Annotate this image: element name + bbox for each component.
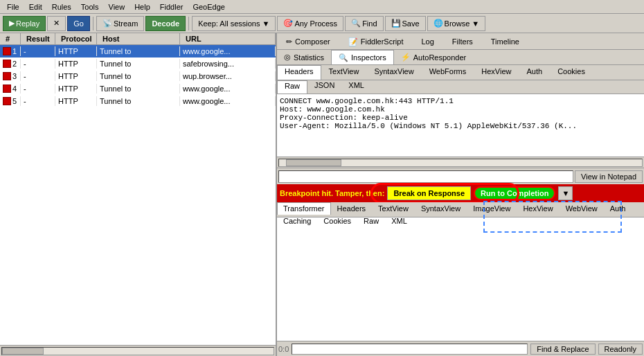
h-scroll-track[interactable] xyxy=(278,159,643,167)
view-input[interactable] xyxy=(278,170,573,183)
decode-button[interactable]: Decode xyxy=(145,16,186,31)
x-button[interactable]: ✕ xyxy=(47,16,66,31)
response-content-area xyxy=(277,217,644,341)
keep-button[interactable]: Keep: All sessions ▼ xyxy=(192,16,276,31)
run-to-completion-button[interactable]: Run to Completion xyxy=(474,186,555,200)
resp-tab-auth[interactable]: Auth xyxy=(604,202,632,215)
cell-protocol-5: HTTP xyxy=(55,96,97,106)
break-on-response-button[interactable]: Break on Response xyxy=(387,186,471,200)
cell-url-1: www.google... xyxy=(180,46,276,56)
row-icon xyxy=(3,72,11,80)
cell-protocol-1: HTTP xyxy=(55,46,97,56)
menu-geoedge[interactable]: GeoEdge xyxy=(188,2,229,12)
breakpoint-bar: Breakpoint hit. Tamper, then: Break on R… xyxy=(277,184,644,202)
fmt-tab-xml[interactable]: XML xyxy=(341,80,371,94)
resp-tab-syntaxview[interactable]: SyntaxView xyxy=(415,202,467,215)
autoresponder-icon: ⚡ xyxy=(401,53,411,62)
req-tab-webforms[interactable]: WebForms xyxy=(422,65,474,80)
tab-timeline[interactable]: Timeline xyxy=(482,33,528,49)
cell-host-2: Tunnel to xyxy=(97,59,180,69)
horizontal-scrollbar-request[interactable] xyxy=(277,157,644,168)
main-container: # Result Protocol Host URL 1 - HTTP Tunn… xyxy=(0,33,644,356)
horizontal-scrollbar-left[interactable] xyxy=(0,345,276,356)
col-header-url[interactable]: URL xyxy=(180,33,276,44)
view-in-notepad-button[interactable]: View in Notepad xyxy=(575,170,643,183)
resp-tab-imageview[interactable]: ImageView xyxy=(467,202,517,215)
row-icon xyxy=(3,84,11,93)
resp-tab-headers[interactable]: Headers xyxy=(331,202,373,215)
tab-autoresponder[interactable]: ⚡ AutoResponder xyxy=(394,50,473,64)
cell-host-3: Tunnel to xyxy=(97,71,180,81)
cell-protocol-4: HTTP xyxy=(55,84,97,94)
table-row[interactable]: 1 - HTTP Tunnel to www.google... xyxy=(0,45,276,57)
table-row[interactable]: 4 - HTTP Tunnel to www.google... xyxy=(0,82,276,95)
cell-result-4: - xyxy=(21,84,55,94)
replay-button[interactable]: ▶ Replay xyxy=(3,16,46,31)
find-replace-button[interactable]: Find & Replace xyxy=(530,344,595,355)
cell-num-2: 2 xyxy=(0,59,21,69)
req-tab-hexview[interactable]: HexView xyxy=(474,65,519,80)
cell-num-1: 1 xyxy=(0,46,21,56)
menu-fiddler[interactable]: Fiddler xyxy=(156,2,188,12)
col-header-num[interactable]: # xyxy=(0,33,21,44)
scrollbar-track-left[interactable] xyxy=(1,347,274,355)
table-row[interactable]: 5 - HTTP Tunnel to www.google... xyxy=(0,95,276,107)
readonly-button[interactable]: Readonly xyxy=(598,344,643,355)
go-button[interactable]: Go xyxy=(67,16,90,31)
format-tabs: Raw JSON XML xyxy=(277,80,644,94)
tab-statistics[interactable]: ◎ Statistics xyxy=(277,50,331,64)
resp-tab-cookies[interactable]: Cookies xyxy=(317,215,357,227)
menu-edit[interactable]: Edit xyxy=(25,2,46,12)
resp-tab-xml[interactable]: XML xyxy=(385,215,413,227)
req-tab-cookies[interactable]: Cookies xyxy=(550,65,593,80)
scrollbar-thumb-left[interactable] xyxy=(2,348,44,355)
col-header-host[interactable]: Host xyxy=(97,33,180,44)
menu-rules[interactable]: Rules xyxy=(48,2,75,12)
inspectors-icon: 🔍 xyxy=(339,53,348,62)
row-icon xyxy=(3,47,11,55)
browse-button[interactable]: 🌐 Browse ▼ xyxy=(427,16,486,31)
stream-button[interactable]: 📡 Stream xyxy=(96,16,144,31)
bottom-search-input[interactable] xyxy=(292,344,528,355)
col-header-result[interactable]: Result xyxy=(21,33,55,44)
resp-tab-transformer[interactable]: Transformer xyxy=(277,202,331,215)
tab-filters[interactable]: Filters xyxy=(443,33,482,49)
fmt-tab-raw[interactable]: Raw xyxy=(277,80,307,94)
col-header-protocol[interactable]: Protocol xyxy=(55,33,97,44)
resp-tab-textview[interactable]: TextView xyxy=(372,202,415,215)
fmt-tab-json[interactable]: JSON xyxy=(307,80,341,94)
resp-tab-raw[interactable]: Raw xyxy=(357,215,385,227)
toolbar-separator xyxy=(93,17,93,30)
h-scroll-thumb[interactable] xyxy=(286,159,341,166)
composer-icon: ✏ xyxy=(286,37,292,46)
menu-file[interactable]: File xyxy=(3,2,24,12)
tab-inspectors[interactable]: 🔍 Inspectors xyxy=(331,50,394,64)
tab-fiddlerscript[interactable]: 📝 FiddlerScript xyxy=(339,33,413,49)
breakpoint-label: Breakpoint hit. Tamper, then: xyxy=(280,189,384,197)
anyprocess-button[interactable]: 🎯 Any Process xyxy=(277,16,343,31)
tab-log[interactable]: Log xyxy=(413,33,443,49)
table-row[interactable]: 2 - HTTP Tunnel to safebrowsing... xyxy=(0,57,276,70)
find-button[interactable]: 🔍 Find xyxy=(345,16,383,31)
resp-tab-hexview[interactable]: HexView xyxy=(517,202,559,215)
cell-num-5: 5 xyxy=(0,96,21,106)
req-tab-textview[interactable]: TextView xyxy=(321,65,367,80)
save-button[interactable]: 💾 Save xyxy=(385,16,426,31)
view-bar: View in Notepad xyxy=(277,168,644,184)
breakpoint-dropdown-button[interactable]: ▼ xyxy=(558,186,573,200)
resp-tab-webview[interactable]: WebView xyxy=(560,202,604,215)
cell-result-2: - xyxy=(21,59,55,69)
resp-tab-caching[interactable]: Caching xyxy=(277,215,317,227)
tab-composer[interactable]: ✏ Composer xyxy=(277,33,339,49)
menu-help[interactable]: Help xyxy=(130,2,154,12)
row-icon xyxy=(3,60,11,68)
table-row[interactable]: 3 - HTTP Tunnel to wup.browser... xyxy=(0,70,276,82)
req-tab-headers[interactable]: Headers xyxy=(277,65,321,80)
menu-view[interactable]: View xyxy=(105,2,129,12)
req-tab-auth[interactable]: Auth xyxy=(519,65,551,80)
top-tabs: ✏ Composer 📝 FiddlerScript Log Filters T… xyxy=(277,33,644,50)
request-tabs: Headers TextView SyntaxView WebForms Hex… xyxy=(277,65,644,80)
cell-url-2: safebrowsing... xyxy=(180,59,276,69)
req-tab-syntaxview[interactable]: SyntaxView xyxy=(366,65,421,80)
menu-tools[interactable]: Tools xyxy=(77,2,103,12)
